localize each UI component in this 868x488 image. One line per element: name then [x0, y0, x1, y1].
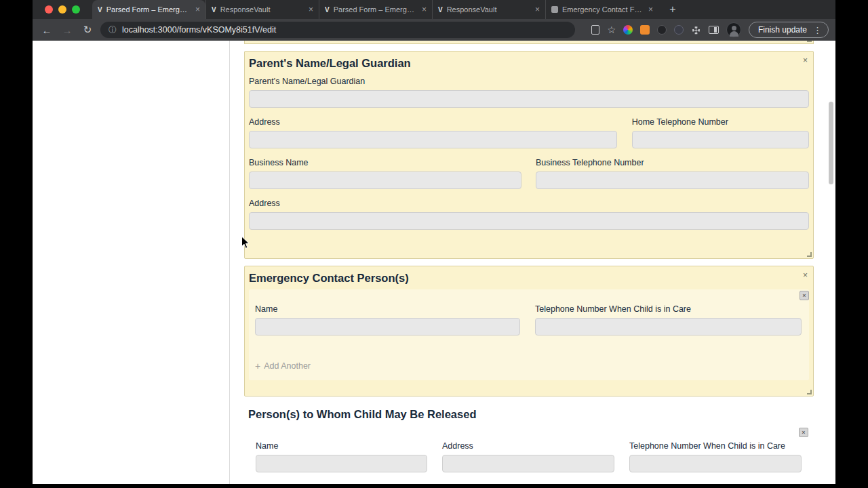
parents-name-input[interactable] — [249, 90, 809, 108]
resize-handle[interactable] — [807, 252, 812, 257]
extension-icon-3[interactable] — [657, 25, 667, 35]
field-label: Name — [255, 304, 520, 314]
add-another-label: Add Another — [264, 361, 311, 371]
responsevault-favicon: V — [98, 6, 102, 14]
contact-telephone-input[interactable] — [535, 318, 802, 336]
field-label: Home Telephone Number — [632, 117, 809, 127]
tab-title: Parsed Form – Emergency Co — [106, 5, 191, 14]
tab-responsevault-1[interactable]: V ResponseVault × — [205, 0, 319, 19]
business-name-input[interactable] — [249, 171, 521, 189]
field-label: Name — [256, 441, 427, 451]
field-label: Business Telephone Number — [536, 158, 809, 168]
zoom-window-button[interactable] — [72, 5, 80, 14]
section-close-icon[interactable]: × — [803, 270, 808, 280]
tab-title: ResponseVault — [220, 5, 304, 14]
field-label: Address — [249, 117, 617, 127]
business-telephone-input[interactable] — [536, 171, 809, 189]
section-title: Parent's Name/Legal Guardian — [249, 52, 809, 70]
url-text: localhost:3000/forms/vKSOMy8i51fV/edit — [122, 25, 276, 35]
address-2-input[interactable] — [249, 212, 809, 230]
traffic-lights — [45, 5, 80, 14]
left-sidebar-panel — [33, 41, 230, 484]
address-bar[interactable]: ⓘ localhost:3000/forms/vKSOMy8i51fV/edit — [100, 22, 575, 38]
browser-window: V Parsed Form – Emergency Co × V Respons… — [33, 0, 835, 484]
screen: V Parsed Form – Emergency Co × V Respons… — [0, 0, 868, 488]
group-close-button[interactable]: × — [800, 291, 809, 300]
field-label: Parent's Name/Legal Guardian — [249, 77, 809, 87]
release-telephone-input[interactable] — [629, 455, 802, 472]
browser-toolbar: ← → ↻ ⓘ localhost:3000/forms/vKSOMy8i51f… — [33, 19, 835, 41]
extensions-puzzle-icon[interactable] — [691, 25, 701, 35]
profile-avatar[interactable] — [726, 22, 741, 37]
bookmark-star-icon[interactable]: ☆ — [607, 25, 616, 35]
section-title: Emergency Contact Person(s) — [249, 266, 809, 285]
extension-icon-2[interactable] — [640, 25, 650, 35]
save-page-icon[interactable] — [591, 25, 599, 35]
tab-title: ResponseVault — [447, 5, 531, 14]
page-content: × Parent's Name/Legal Guardian Parent's … — [33, 41, 835, 484]
address-input[interactable] — [249, 131, 617, 148]
minimize-window-button[interactable] — [58, 5, 66, 14]
finish-update-label: Finish update — [758, 25, 807, 35]
tab-close-icon[interactable]: × — [535, 5, 540, 14]
responsevault-favicon: V — [438, 6, 443, 14]
form-editor-canvas: × Parent's Name/Legal Guardian Parent's … — [230, 41, 835, 484]
scrollbar-thumb[interactable] — [829, 102, 833, 184]
resize-handle[interactable] — [807, 41, 812, 42]
tab-strip: V Parsed Form – Emergency Co × V Respons… — [33, 0, 835, 19]
mouse-cursor — [241, 236, 250, 249]
tab-close-icon[interactable]: × — [309, 5, 313, 14]
resize-handle[interactable] — [807, 390, 812, 394]
toolbar-right-cluster: ☆ Finish update ⋮ — [591, 22, 829, 38]
site-info-icon[interactable]: ⓘ — [108, 24, 117, 36]
field-label: Telephone Number When Child is in Care — [535, 304, 802, 314]
back-button[interactable]: ← — [39, 22, 54, 37]
section-parents-name-legal-guardian[interactable]: × Parent's Name/Legal Guardian Parent's … — [244, 51, 814, 259]
document-favicon — [551, 6, 558, 13]
add-another-button[interactable]: + Add Another — [255, 361, 311, 371]
tab-close-icon[interactable]: × — [195, 5, 200, 14]
extension-icon-1[interactable] — [623, 25, 633, 35]
responsevault-favicon: V — [325, 6, 330, 14]
repeat-group-emergency-contact: × Name Telephone Number When Child is in… — [249, 289, 809, 380]
field-label: Address — [442, 441, 614, 451]
tab-close-icon[interactable]: × — [648, 5, 653, 14]
tab-title: Parsed Form – Emergency Co — [334, 5, 418, 14]
responsevault-favicon: V — [212, 6, 216, 14]
tab-responsevault-2[interactable]: V ResponseVault × — [432, 0, 545, 19]
previous-section-bottom-edge — [244, 41, 814, 44]
side-panel-icon[interactable] — [709, 26, 719, 34]
section-close-icon[interactable]: × — [803, 56, 808, 65]
finish-update-button[interactable]: Finish update ⋮ — [749, 22, 829, 38]
release-name-input[interactable] — [256, 455, 427, 472]
tab-emergency-contact-form[interactable]: Emergency Contact Form × — [545, 0, 658, 19]
forward-button: → — [60, 22, 75, 37]
tab-close-icon[interactable]: × — [422, 5, 427, 14]
group-close-button[interactable]: × — [799, 428, 808, 437]
plus-icon: + — [255, 361, 260, 371]
field-label: Address — [249, 199, 809, 209]
release-address-input[interactable] — [442, 455, 614, 472]
tab-title: Emergency Contact Form — [562, 5, 644, 14]
form-column: × Parent's Name/Legal Guardian Parent's … — [244, 41, 814, 484]
tab-parsed-form-2[interactable]: V Parsed Form – Emergency Co × — [319, 0, 432, 19]
tab-parsed-form-1[interactable]: V Parsed Form – Emergency Co × — [92, 0, 205, 19]
kebab-menu-icon[interactable]: ⋮ — [813, 25, 822, 35]
section-title-persons-to-whom-child-may-be-released: Person(s) to Whom Child May Be Released — [248, 408, 814, 421]
close-window-button[interactable] — [45, 5, 53, 14]
section-emergency-contact-persons[interactable]: × Emergency Contact Person(s) × Name Te — [244, 266, 814, 396]
repeat-group-release-persons: × Name Address Telephone Numbe — [250, 426, 808, 484]
reload-button[interactable]: ↻ — [80, 22, 95, 37]
extension-icon-4[interactable] — [674, 25, 684, 35]
field-label: Business Name — [249, 158, 521, 168]
home-telephone-input[interactable] — [632, 131, 809, 148]
field-label: Telephone Number When Child is in Care — [629, 441, 802, 451]
contact-name-input[interactable] — [255, 318, 520, 336]
new-tab-button[interactable]: + — [665, 3, 680, 16]
